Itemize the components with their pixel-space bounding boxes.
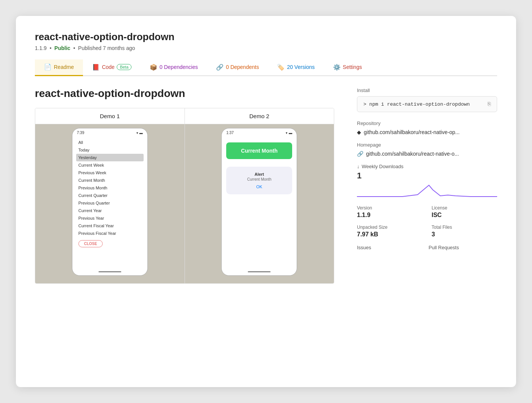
versions-icon: 🏷️ [277, 64, 285, 71]
menu-item-prev-month: Previous Month [76, 184, 144, 192]
link-icon: 🔗 [357, 151, 363, 157]
homepage-label: Homepage [357, 142, 497, 148]
alert-title: Alert [232, 172, 286, 177]
demo-col-1: Demo 1 7:39 ▾ ▬ All [35, 108, 185, 283]
version-value: 1.1.9 [357, 212, 422, 219]
menu-item-current-fiscal: Current Fiscal Year [76, 222, 144, 230]
version-stat: Version 1.1.9 [357, 205, 422, 219]
menu-item-today: Today [76, 146, 144, 154]
total-files-value: 3 [432, 231, 497, 238]
demo1-phone: 7:39 ▾ ▬ All Today Yesterday Current [72, 128, 148, 276]
alert-message: Current Month [232, 177, 286, 181]
menu-item-prev-fiscal: Previous Fiscal Year [76, 230, 144, 237]
downloads-count: 1 [357, 171, 497, 181]
alert-ok-button[interactable]: OK [232, 184, 286, 189]
right-column: Install > npm i react-native-option-drop… [357, 87, 497, 284]
license-value: ISC [432, 212, 497, 219]
menu-item-all: All [76, 139, 144, 146]
total-files-label: Total Files [432, 225, 497, 230]
homepage-section: Homepage 🔗 github.com/sahilbakoru/react-… [357, 142, 497, 157]
demo2-phone-container: 1:37 ▾ ▬ Current Month Alert Cu [185, 124, 334, 283]
phone2-icons: ▾ ▬ [286, 131, 292, 135]
repository-url: github.com/sahilbakoru/react-native-op..… [364, 129, 460, 135]
tab-settings[interactable]: ⚙️ Settings [324, 60, 371, 75]
demo-col-2: Demo 2 1:37 ▾ ▬ Current Month [185, 108, 334, 283]
unpacked-label: Unpacked Size [357, 225, 422, 230]
tab-dependencies-label: 0 Dependencies [160, 64, 198, 70]
issues-label: Issues [357, 245, 426, 250]
visibility-badge: Public [55, 45, 70, 51]
install-label: Install [357, 87, 497, 93]
weekly-downloads-label: Weekly Downloads [362, 164, 404, 169]
phone1-time: 7:39 [77, 131, 84, 135]
phone2-home-bar [248, 271, 271, 272]
repository-label: Repository [357, 120, 497, 126]
menu-item-prev-quarter: Previous Quarter [76, 199, 144, 207]
repository-section: Repository ◆ github.com/sahilbakoru/reac… [357, 120, 497, 135]
menu-item-prev-week: Previous Week [76, 169, 144, 177]
readme-heading: react-native-option-dropdown [35, 87, 334, 100]
demo2-phone: 1:37 ▾ ▬ Current Month Alert Cu [221, 128, 297, 276]
settings-icon: ⚙️ [333, 64, 341, 71]
signal-icon2: ▬ [289, 131, 292, 135]
wifi-icon2: ▾ [286, 131, 288, 135]
tab-versions-label: 20 Versions [287, 64, 315, 70]
phone1-home-bar [99, 271, 121, 272]
tab-dependents-label: 0 Dependents [226, 64, 259, 70]
package-version: 1.1.9 [35, 45, 47, 51]
phone1-icons: ▾ ▬ [136, 131, 143, 135]
tab-dependents[interactable]: 🔗 0 Dependents [207, 60, 268, 75]
weekly-downloads-header: ↓ Weekly Downloads [357, 164, 497, 169]
current-month-button[interactable]: Current Month [226, 142, 292, 159]
repository-link[interactable]: ◆ github.com/sahilbakoru/react-native-op… [357, 129, 497, 135]
tab-readme-label: Readme [54, 64, 74, 70]
phone1-status-bar: 7:39 ▾ ▬ [72, 128, 147, 136]
copy-icon[interactable]: ⎘ [488, 101, 491, 107]
tab-code[interactable]: 📕 Code Beta [83, 60, 141, 75]
weekly-downloads-section: ↓ Weekly Downloads 1 [357, 164, 497, 198]
package-title: react-native-option-dropdown [35, 31, 497, 43]
alert-dialog: Alert Current Month OK [226, 167, 292, 194]
phone2-body: Current Month Alert Current Month OK [222, 136, 297, 200]
homepage-link[interactable]: 🔗 github.com/sahilbakoru/react-native-o.… [357, 151, 497, 157]
install-command: > npm i react-native-option-dropdown [363, 102, 470, 107]
tab-dependencies[interactable]: 📦 0 Dependencies [141, 60, 207, 75]
phone2-time: 1:37 [226, 131, 233, 135]
license-label: License [432, 205, 497, 211]
download-icon: ↓ [357, 164, 360, 169]
install-command-box: > npm i react-native-option-dropdown ⎘ [357, 96, 497, 112]
total-files-stat: Total Files 3 [432, 225, 497, 238]
menu-item-current-week: Current Week [76, 161, 144, 169]
published-date: Published 7 months ago [78, 45, 135, 51]
main-window: react-native-option-dropdown 1.1.9 • Pub… [16, 16, 516, 387]
issues-section: Issues Pull Requests [357, 245, 497, 250]
tab-code-label: Code [102, 64, 114, 70]
unpacked-size-stat: Unpacked Size 7.97 kB [357, 225, 422, 238]
package-meta: 1.1.9 • Public • Published 7 months ago [35, 45, 497, 51]
phone1-close-button[interactable]: CLOSE [78, 240, 103, 247]
wifi-icon: ▾ [136, 131, 138, 135]
phone1-body: All Today Yesterday Current Week Previou… [72, 136, 147, 250]
readme-icon: 📄 [44, 63, 52, 70]
homepage-url: github.com/sahilbakoru/react-native-o... [366, 151, 459, 157]
tab-readme[interactable]: 📄 Readme [35, 59, 83, 76]
stats-grid: Version 1.1.9 License ISC Unpacked Size … [357, 205, 497, 238]
signal-icon: ▬ [139, 131, 143, 135]
tab-settings-label: Settings [343, 64, 362, 70]
phone2-status-bar: 1:37 ▾ ▬ [222, 128, 297, 136]
left-column: react-native-option-dropdown Demo 1 7:39… [35, 87, 334, 284]
menu-item-current-month: Current Month [76, 177, 144, 184]
main-content: react-native-option-dropdown Demo 1 7:39… [35, 87, 497, 284]
deps-icon: 📦 [150, 64, 157, 71]
menu-item-prev-year: Previous Year [76, 214, 144, 222]
tab-versions[interactable]: 🏷️ 20 Versions [268, 60, 324, 75]
menu-item-yesterday: Yesterday [76, 154, 144, 161]
demo-container: Demo 1 7:39 ▾ ▬ All [35, 108, 334, 284]
menu-item-current-quarter: Current Quarter [76, 192, 144, 199]
unpacked-value: 7.97 kB [357, 231, 422, 238]
demo2-label: Demo 2 [185, 108, 334, 124]
beta-badge: Beta [117, 64, 131, 70]
demo1-label: Demo 1 [35, 108, 185, 124]
dependents-icon: 🔗 [216, 64, 224, 71]
version-label: Version [357, 205, 422, 211]
